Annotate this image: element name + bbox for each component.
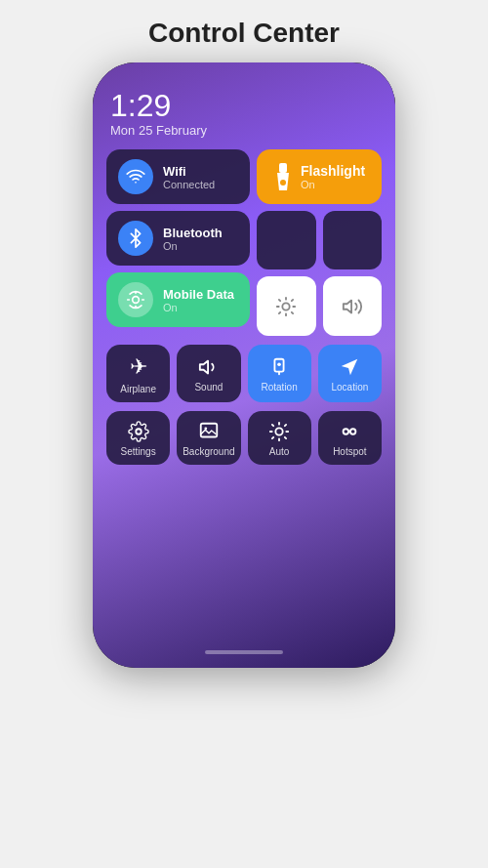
mobile-data-text: Mobile Data On bbox=[163, 287, 234, 313]
svg-point-3 bbox=[280, 180, 286, 186]
small-grid-top bbox=[257, 211, 382, 269]
airplane-label: Airplane bbox=[120, 384, 156, 394]
wifi-text: Wifi Connected bbox=[163, 164, 215, 190]
svg-point-10 bbox=[136, 429, 142, 434]
bluetooth-tile[interactable]: Bluetooth On bbox=[106, 211, 250, 266]
auto-tile[interactable]: Auto bbox=[248, 411, 311, 465]
settings-tile[interactable]: Settings bbox=[106, 411, 170, 465]
wifi-icon bbox=[126, 167, 145, 186]
page-title: Control Center bbox=[148, 18, 340, 49]
flashlight-label: Flashlight bbox=[301, 163, 365, 179]
phone-screen: 1:29 Mon 25 February Wifi bbox=[93, 62, 395, 668]
location-icon bbox=[339, 356, 360, 378]
volume-icon bbox=[342, 296, 363, 317]
auto-label: Auto bbox=[269, 446, 290, 457]
flashlight-icon bbox=[273, 163, 293, 190]
rotation-label: Rotation bbox=[262, 382, 298, 393]
mobile-data-label: Mobile Data bbox=[163, 287, 234, 302]
wifi-icon-circle bbox=[118, 159, 153, 194]
bluetooth-icon bbox=[126, 228, 145, 248]
svg-point-0 bbox=[133, 297, 140, 304]
clock-date: Mon 25 February bbox=[110, 123, 382, 138]
svg-marker-6 bbox=[200, 360, 208, 373]
brightness-tile[interactable] bbox=[257, 276, 315, 335]
sound-tile[interactable]: Sound bbox=[177, 345, 240, 402]
flashlight-text: Flashlight On bbox=[301, 163, 365, 190]
background-label: Background bbox=[183, 446, 234, 457]
airplane-tile[interactable]: ✈ Airplane bbox=[106, 345, 170, 402]
bluetooth-label: Bluetooth bbox=[163, 226, 223, 240]
small-grid-bottom bbox=[257, 276, 382, 335]
volume-tile[interactable] bbox=[323, 276, 382, 335]
bluetooth-status: On bbox=[163, 240, 223, 252]
rotation-icon bbox=[268, 356, 290, 378]
bottom-row: Settings Background Auto bbox=[106, 411, 382, 465]
clock-time: 1:29 bbox=[110, 90, 382, 121]
hotspot-icon bbox=[339, 421, 360, 442]
hotspot-label: Hotspot bbox=[333, 446, 366, 457]
svg-point-8 bbox=[277, 362, 281, 366]
phone-frame: 1:29 Mon 25 February Wifi bbox=[93, 62, 395, 668]
mobile-data-icon-circle bbox=[118, 282, 153, 317]
left-column: Wifi Connected Bluetooth On bbox=[106, 149, 250, 336]
mobile-data-icon bbox=[126, 290, 145, 310]
svg-marker-5 bbox=[344, 300, 351, 312]
mobile-data-tile[interactable]: Mobile Data On bbox=[106, 272, 250, 327]
brightness-icon bbox=[275, 296, 297, 317]
svg-rect-1 bbox=[279, 163, 287, 173]
settings-icon bbox=[128, 421, 149, 442]
wifi-label: Wifi bbox=[163, 164, 215, 179]
rotation-tile[interactable]: Rotation bbox=[248, 345, 311, 402]
empty-tile-1[interactable] bbox=[257, 211, 315, 269]
background-icon bbox=[198, 421, 220, 442]
svg-point-12 bbox=[204, 427, 207, 430]
background-tile[interactable]: Background bbox=[177, 411, 240, 465]
icon-row: ✈ Airplane Sound Rotati bbox=[106, 345, 382, 402]
flashlight-tile[interactable]: Flashlight On bbox=[257, 149, 382, 204]
bluetooth-text: Bluetooth On bbox=[163, 226, 223, 252]
location-label: Location bbox=[331, 382, 368, 393]
auto-brightness-icon bbox=[268, 421, 290, 442]
clock-area: 1:29 Mon 25 February bbox=[106, 90, 382, 138]
svg-rect-11 bbox=[201, 424, 218, 437]
empty-tile-2[interactable] bbox=[323, 211, 382, 269]
location-tile[interactable]: Location bbox=[318, 345, 382, 402]
top-row: Wifi Connected Bluetooth On bbox=[106, 149, 382, 336]
svg-point-13 bbox=[275, 428, 282, 434]
hotspot-tile[interactable]: Hotspot bbox=[318, 411, 382, 465]
wifi-tile[interactable]: Wifi Connected bbox=[106, 149, 250, 204]
sound-icon bbox=[198, 356, 220, 378]
flashlight-status: On bbox=[301, 179, 365, 190]
wifi-status: Connected bbox=[163, 179, 215, 190]
svg-point-4 bbox=[283, 303, 290, 310]
home-bar bbox=[205, 650, 283, 654]
settings-label: Settings bbox=[121, 446, 156, 457]
svg-marker-9 bbox=[342, 359, 358, 376]
bluetooth-icon-circle bbox=[118, 221, 153, 256]
svg-point-14 bbox=[344, 429, 349, 434]
mobile-data-status: On bbox=[163, 302, 234, 313]
right-column: Flashlight On bbox=[257, 149, 382, 336]
control-grid: Wifi Connected Bluetooth On bbox=[106, 149, 382, 642]
sound-label: Sound bbox=[194, 382, 223, 393]
airplane-icon: ✈ bbox=[130, 354, 147, 380]
svg-point-15 bbox=[350, 429, 356, 434]
